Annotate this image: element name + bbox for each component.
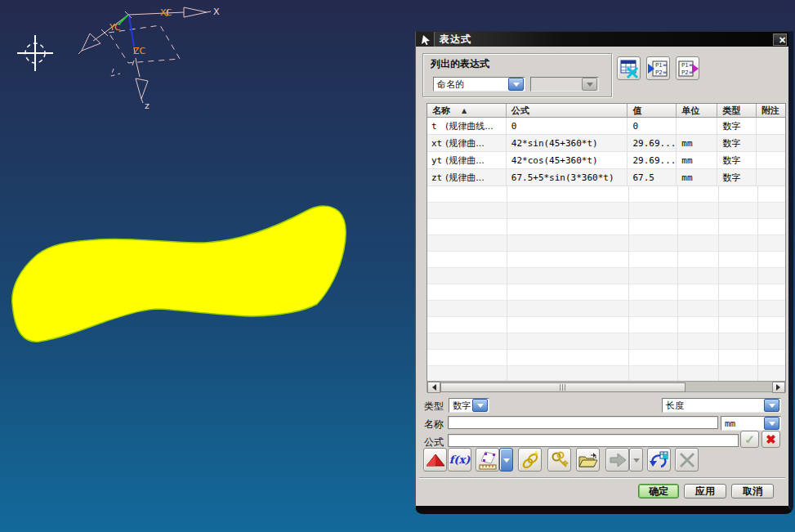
svg-text:P1=: P1= bbox=[655, 62, 668, 69]
thumb-grip-icon bbox=[560, 384, 567, 391]
table-row[interactable]: yt(规律曲... 42*cos(45+360*t) 29.69... mm 数… bbox=[427, 152, 785, 169]
unit-dropdown[interactable]: mm bbox=[721, 416, 781, 431]
delete-expression-button bbox=[675, 448, 699, 472]
measure-distance-button[interactable] bbox=[476, 448, 499, 472]
table-row[interactable]: t(规律曲线... 0 0 数字 bbox=[427, 118, 785, 135]
export-expressions-button[interactable]: P1= P2= bbox=[676, 56, 699, 80]
scroll-left-button[interactable] bbox=[427, 382, 440, 393]
horizontal-scrollbar[interactable] bbox=[427, 381, 786, 392]
zc-label: ZC bbox=[133, 46, 146, 56]
create-interpart-link-button[interactable] bbox=[518, 448, 542, 472]
sort-ascending-icon[interactable]: ▲ bbox=[462, 107, 467, 114]
gray-x-icon bbox=[678, 451, 696, 469]
scroll-right-button[interactable] bbox=[772, 382, 785, 393]
close-button[interactable]: ✕ bbox=[773, 34, 787, 46]
chevron-down-icon[interactable] bbox=[472, 399, 488, 412]
x-label: X bbox=[213, 7, 220, 17]
fx-icon: f(x) bbox=[449, 454, 471, 466]
open-referencing-parts-button[interactable] bbox=[547, 448, 571, 472]
table-header[interactable]: 名称 ▲ 公式 值 单位 类型 附注 bbox=[427, 104, 785, 118]
open-folder-icon bbox=[578, 450, 598, 470]
chevron-down-icon bbox=[633, 458, 640, 466]
import-expressions-button[interactable]: P1= P2= bbox=[646, 56, 670, 80]
reject-edit-button[interactable]: ✖ bbox=[762, 431, 780, 448]
table-empty-area bbox=[427, 186, 785, 386]
nx-viewport: XC YC ZC X z 表达式 ✕ 列出的表达式 命名的 bbox=[0, 0, 795, 532]
yc-label: YC bbox=[109, 22, 121, 33]
xc-label: XC bbox=[160, 7, 172, 18]
edit-in-spreadsheet-button[interactable] bbox=[617, 56, 641, 80]
table-row[interactable]: zt(规律曲... 67.5+5*sin(3*360*t) 67.5 mm 数字 bbox=[427, 169, 785, 186]
name-input[interactable] bbox=[448, 416, 718, 429]
chevron-down-icon bbox=[503, 458, 510, 466]
chain-link-icon bbox=[520, 450, 540, 470]
measurement-icon bbox=[478, 450, 498, 470]
yellow-surface-body[interactable] bbox=[0, 196, 368, 360]
table-row[interactable]: xt(规律曲... 42*sin(45+360*t) 29.69... mm 数… bbox=[427, 135, 785, 152]
svg-text:P2=: P2= bbox=[655, 69, 668, 76]
measure-options-dropdown[interactable] bbox=[499, 448, 513, 472]
refresh-from-spreadsheet-button[interactable] bbox=[647, 448, 671, 472]
red-triangle-icon bbox=[426, 453, 445, 467]
check-icon: ✓ bbox=[744, 432, 755, 447]
accept-edit-button[interactable]: ✓ bbox=[740, 431, 759, 448]
expressions-dialog: 表达式 ✕ 列出的表达式 命名的 bbox=[415, 31, 793, 514]
import-expressions-icon: P1= P2= bbox=[647, 58, 669, 79]
z-label: z bbox=[145, 101, 150, 111]
select-arrow-icon bbox=[420, 34, 431, 45]
expressions-table: 名称 ▲ 公式 值 单位 类型 附注 t(规律曲线... 0 0 数字 xt(规… bbox=[427, 103, 786, 381]
scrollbar-thumb[interactable] bbox=[440, 382, 686, 392]
delta-expression-button[interactable] bbox=[423, 448, 447, 472]
chevron-down-icon[interactable] bbox=[764, 417, 779, 430]
chevron-down-icon bbox=[582, 78, 597, 91]
chevron-down-icon[interactable] bbox=[764, 399, 779, 412]
zc-axis-segment bbox=[129, 16, 134, 47]
left-arrow-icon bbox=[429, 384, 436, 391]
function-editor-button[interactable]: f(x) bbox=[448, 448, 471, 472]
type-label: 类型 bbox=[424, 400, 444, 414]
import-from-file-button[interactable] bbox=[576, 448, 600, 472]
secondary-filter-dropdown bbox=[530, 77, 599, 92]
refresh-spreadsheet-icon bbox=[649, 449, 669, 470]
cancel-button[interactable]: 取消 bbox=[731, 484, 774, 498]
dimension-dropdown[interactable]: 长度 bbox=[662, 398, 781, 413]
dialog-titlebar[interactable]: 表达式 ✕ bbox=[416, 32, 788, 47]
dialog-drag-handle[interactable] bbox=[416, 32, 435, 47]
listed-expressions-label: 列出的表达式 bbox=[431, 57, 489, 71]
expression-filter-dropdown[interactable]: 命名的 bbox=[433, 77, 525, 92]
ok-button[interactable]: 确定 bbox=[638, 484, 679, 498]
export-expressions-icon: P1= P2= bbox=[677, 58, 699, 79]
keys-icon bbox=[550, 450, 569, 470]
svg-text:P2=: P2= bbox=[681, 69, 694, 76]
name-label: 名称 bbox=[424, 418, 444, 431]
wcs-triad: XC YC ZC X z bbox=[0, 0, 245, 118]
export-options-dropdown bbox=[629, 448, 643, 472]
chevron-down-icon[interactable] bbox=[508, 78, 524, 91]
red-cross-icon: ✖ bbox=[766, 432, 776, 447]
formula-input[interactable] bbox=[448, 434, 739, 447]
export-to-file-button bbox=[605, 448, 629, 472]
apply-button[interactable]: 应用 bbox=[684, 484, 726, 498]
spreadsheet-icon bbox=[619, 58, 640, 79]
type-dropdown[interactable]: 数字 bbox=[449, 398, 489, 413]
svg-text:P1=: P1= bbox=[681, 62, 694, 69]
right-arrow-icon bbox=[776, 384, 784, 391]
gray-arrow-icon bbox=[608, 450, 628, 470]
divider bbox=[419, 477, 785, 479]
dialog-title: 表达式 bbox=[440, 33, 471, 47]
